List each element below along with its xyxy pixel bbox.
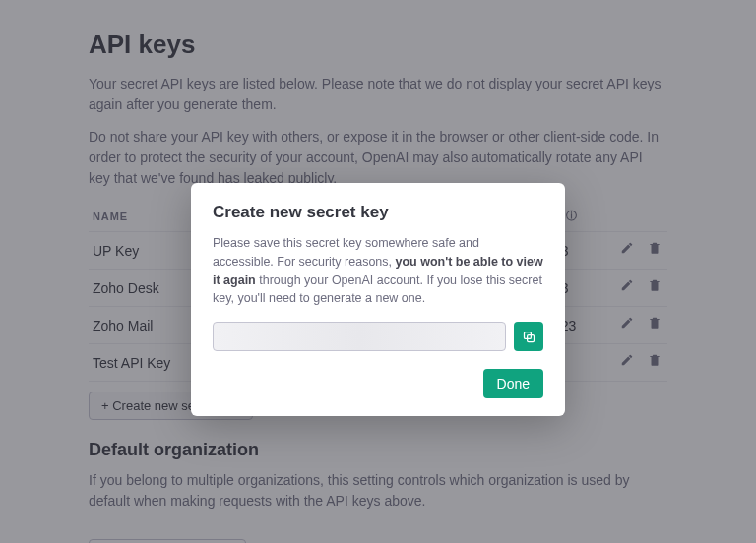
modal-title: Create new secret key [213, 203, 543, 222]
copy-button[interactable] [514, 322, 543, 351]
done-button[interactable]: Done [483, 369, 543, 398]
modal-overlay[interactable]: Create new secret key Please save this s… [0, 0, 756, 543]
secret-key-field[interactable] [213, 322, 506, 351]
create-key-modal: Create new secret key Please save this s… [191, 183, 565, 416]
copy-icon [522, 330, 536, 344]
modal-body: Please save this secret key somewhere sa… [213, 234, 543, 308]
